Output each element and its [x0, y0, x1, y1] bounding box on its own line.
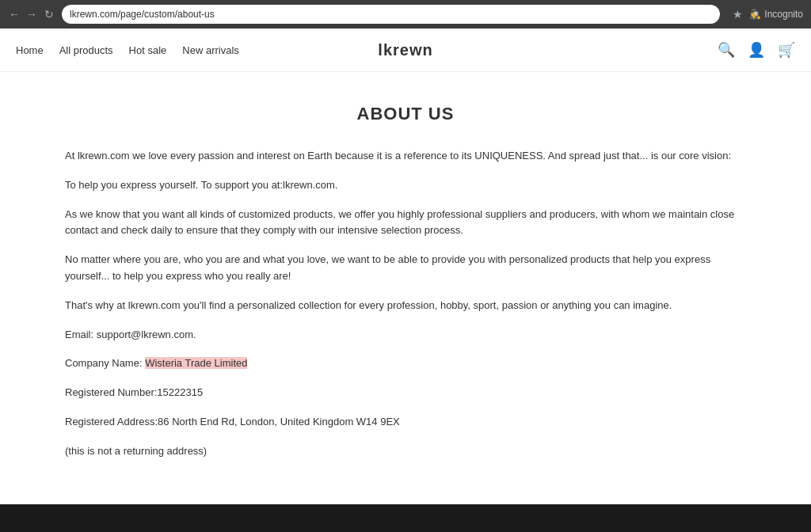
navbar-links: Home All products Hot sale New arrivals [16, 44, 239, 56]
paragraph-2: To help you express yourself. To support… [65, 177, 746, 194]
incognito-label: Incognito [764, 9, 803, 20]
email-line: Email: support@lkrewn.com. [65, 327, 746, 344]
footer: Footer menu ABOUT US TERMS OF SERVICE IN… [0, 504, 811, 532]
paragraph-5: That's why at lkrewn.com you'll find a p… [65, 298, 746, 314]
navbar-actions: 🔍 👤 🛒 [718, 41, 795, 59]
registered-number-line: Registered Number:15222315 [65, 385, 746, 401]
all-products-link[interactable]: All products [59, 44, 113, 56]
url-text: lkrewn.com/page/custom/about-us [70, 9, 215, 20]
paragraph-4: No matter where you are, who you are and… [65, 252, 746, 285]
search-icon[interactable]: 🔍 [718, 41, 735, 59]
cart-icon[interactable]: 🛒 [778, 41, 795, 59]
incognito-indicator: 🕵 Incognito [749, 9, 803, 20]
main-content: ABOUT US At lkrewn.com we love every pas… [49, 72, 762, 504]
paragraph-1: At lkrewn.com we love every passion and … [65, 148, 746, 165]
page-title: ABOUT US [65, 104, 746, 124]
home-link[interactable]: Home [16, 44, 44, 56]
account-icon[interactable]: 👤 [748, 41, 765, 59]
hot-sale-link[interactable]: Hot sale [129, 44, 167, 56]
company-highlight: Wisteria Trade Limited [145, 357, 247, 369]
browser-chrome: ← → ↻ lkrewn.com/page/custom/about-us ★ … [0, 0, 811, 28]
returning-address-note: (this is not a returning address) [65, 443, 746, 460]
bookmark-icon[interactable]: ★ [733, 8, 743, 21]
registered-address-line: Registered Address:86 North End Rd, Lond… [65, 414, 746, 431]
brand-logo[interactable]: lkrewn [378, 41, 432, 59]
forward-button[interactable]: → [25, 8, 38, 21]
company-name-line: Company Name: Wisteria Trade Limited [65, 355, 746, 372]
back-button[interactable]: ← [8, 8, 21, 21]
navbar: Home All products Hot sale New arrivals … [0, 28, 811, 72]
refresh-button[interactable]: ↻ [43, 8, 55, 21]
browser-nav-buttons: ← → ↻ [8, 8, 55, 21]
address-bar[interactable]: lkrewn.com/page/custom/about-us [62, 5, 720, 24]
content-body: At lkrewn.com we love every passion and … [65, 148, 746, 460]
new-arrivals-link[interactable]: New arrivals [182, 44, 239, 56]
incognito-icon: 🕵 [749, 9, 761, 20]
paragraph-3: As we know that you want all kinds of cu… [65, 207, 746, 240]
